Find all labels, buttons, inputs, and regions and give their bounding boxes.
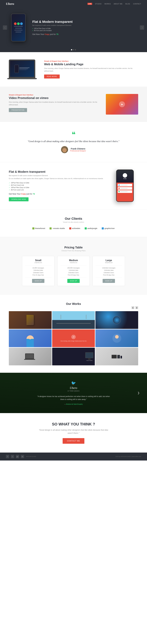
footer-social-linkedin[interactable]: in bbox=[21, 455, 24, 458]
pricing-feature-large-1: Unlimited messages bbox=[96, 267, 122, 269]
hero-arrow-right[interactable]: ❯ bbox=[140, 26, 144, 30]
quote-section: ❝ "Good design is all about making other… bbox=[0, 122, 147, 162]
works-item-person[interactable] bbox=[9, 330, 52, 347]
hero-subtitle: flat inspired UI with some modern transp… bbox=[32, 24, 138, 26]
phone-avatars bbox=[14, 22, 23, 25]
pricing-feature-small-2: Unlimited data bbox=[25, 270, 51, 271]
works-section: Our Works ❮ ❯ bbox=[0, 295, 147, 373]
quote-mark: ❝ bbox=[15, 131, 132, 138]
laptop-base bbox=[24, 359, 35, 360]
nav-blog[interactable]: BLOG bbox=[126, 3, 130, 5]
video-play-button[interactable] bbox=[119, 101, 125, 107]
nav-contact[interactable]: CONTACT bbox=[133, 3, 141, 5]
works-prev-button[interactable]: ❮ bbox=[132, 306, 134, 309]
video-presentation-button[interactable]: Presentation bbox=[9, 108, 27, 112]
works-item-red-text[interactable]: ↗ One morning, when Gregor Samsa arose f… bbox=[52, 330, 95, 347]
contact-me-button[interactable]: Contact Me bbox=[63, 438, 84, 444]
footer-social-twitter[interactable]: t bbox=[11, 455, 14, 458]
hero-phone-mockup bbox=[9, 14, 28, 42]
footer-copyright: 2016 by ANTOUR ELKED | www.redox.com bbox=[115, 456, 141, 457]
works-item-person2[interactable] bbox=[95, 330, 138, 347]
pricing-card-small: Small 29$/Month 10,000 messages Unlimite… bbox=[22, 256, 54, 286]
phone-screen bbox=[11, 14, 25, 41]
laptop-display bbox=[25, 354, 33, 358]
nav-studio[interactable]: STUDIO bbox=[95, 3, 102, 5]
works-item-book[interactable] bbox=[9, 311, 52, 329]
flat-title: Flat & Modern transparent bbox=[9, 170, 106, 174]
flat-phone-card-1 bbox=[118, 184, 132, 186]
works-book-visual bbox=[9, 311, 52, 329]
works-tech-visual bbox=[95, 311, 138, 329]
works-devices-visual bbox=[112, 355, 122, 358]
macbook-base bbox=[7, 78, 37, 79]
works-red-text-visual: ↗ One morning, when Gregor Samsa arose f… bbox=[59, 333, 88, 343]
dot-icon: ● bbox=[32, 28, 33, 29]
dot-icon-2: ● bbox=[32, 30, 33, 31]
works-bridge-visual bbox=[52, 311, 95, 329]
flat-phone-area: Profile bbox=[112, 170, 138, 202]
nav-works[interactable]: WORKS bbox=[105, 3, 111, 5]
footer-left: f t g+ in ANTOUR ELKED bbox=[6, 455, 36, 458]
hero-feature-1: ● 10Psd Files Easy to Edite bbox=[32, 28, 138, 29]
works-title: Our Works bbox=[9, 302, 138, 306]
video-promo-section: Simple & Elegant User Interface Video Pr… bbox=[0, 86, 147, 122]
check-icon-4: ✓ bbox=[9, 189, 10, 191]
hero-dots bbox=[0, 48, 147, 52]
pricing-feature-medium-1: 100,000 messages bbox=[60, 267, 87, 269]
hero-dot-3[interactable] bbox=[75, 49, 76, 50]
works-next-button[interactable]: ❯ bbox=[135, 306, 138, 309]
hero-dot-2[interactable] bbox=[73, 49, 74, 50]
phone-bar-2 bbox=[15, 28, 22, 28]
pricing-signup-large[interactable]: Sign up bbox=[103, 279, 115, 283]
works-item-tech[interactable] bbox=[95, 311, 138, 329]
flat-phone-avatar bbox=[123, 173, 127, 178]
video-desc: One morning, when Gregor Samsa woke from… bbox=[9, 101, 100, 106]
works-item-laptop[interactable] bbox=[9, 348, 52, 365]
clients-subtitle: Vepad cia alia amputy asdren bbox=[9, 221, 138, 223]
footer-social-facebook[interactable]: f bbox=[6, 455, 9, 458]
pricing-divider-small bbox=[25, 266, 51, 266]
web-mobile-section: Simple & Elegant User Interface Web & Mo… bbox=[0, 52, 147, 86]
web-mobile-tag: Simple & Elegant User Interface bbox=[44, 60, 138, 62]
twitter-logo: Ubero bbox=[12, 386, 135, 390]
flat-phone-mockup: Profile bbox=[116, 170, 134, 202]
avatar-1 bbox=[14, 22, 17, 25]
works-item-bridge[interactable] bbox=[52, 311, 95, 329]
flat-feature-4: ✓All Font used Link bbox=[9, 189, 106, 191]
laptop-screen bbox=[25, 354, 34, 359]
pricing-card-large: Large 99$/Month Unlimited messages Unlim… bbox=[93, 256, 125, 286]
flat-cta: Get Now Your Copy just for 7$ bbox=[9, 193, 106, 195]
pricing-signup-medium[interactable]: Sign up bbox=[67, 279, 80, 283]
envato-icon bbox=[49, 228, 52, 230]
works-laptop-visual bbox=[25, 354, 35, 360]
download-now-button[interactable]: Download Now bbox=[9, 197, 28, 201]
quote-avatar bbox=[61, 146, 68, 153]
quote-author-role: Professional Designer bbox=[70, 150, 86, 152]
person2-circle bbox=[113, 334, 121, 343]
pricing-card-medium: Medium 49$/Month 100,000 messages Unlimi… bbox=[57, 256, 90, 286]
avatar-face bbox=[62, 148, 67, 152]
whatdo-title: SO WHAT YOU THINK ? bbox=[15, 422, 132, 426]
twitter-arrow-right[interactable]: ❯ bbox=[138, 391, 140, 394]
works-person2-visual bbox=[95, 330, 138, 347]
nav-about[interactable]: ABOUT ME bbox=[114, 3, 123, 5]
pricing-feature-large-3: Unlimited Users bbox=[96, 272, 122, 274]
avatar-2 bbox=[17, 22, 20, 25]
works-grid: ↗ One morning, when Gregor Samsa arose f… bbox=[9, 311, 138, 365]
macbook-lines bbox=[19, 68, 29, 70]
pricing-cards: Small 29$/Month 10,000 messages Unlimite… bbox=[9, 256, 138, 286]
hero-copy: Copy bbox=[45, 33, 49, 35]
footer-social-gplus[interactable]: g+ bbox=[16, 455, 19, 458]
pricing-signup-small[interactable]: Sign up bbox=[32, 279, 44, 283]
hero-dot-1[interactable] bbox=[71, 49, 72, 50]
hero-arrow-left[interactable]: ❮ bbox=[3, 26, 7, 30]
check-icon-2: ✓ bbox=[9, 184, 10, 186]
flat-text: Flat & Modern transparent flat inspired … bbox=[9, 170, 106, 202]
macbook-mockup bbox=[9, 60, 38, 79]
works-item-devices[interactable] bbox=[95, 348, 138, 365]
works-item-display[interactable]: Large Display bbox=[52, 348, 95, 365]
phone-bar-1 bbox=[14, 26, 23, 27]
macbook-screen-outer bbox=[9, 60, 35, 78]
works-display-visual: Large Display bbox=[85, 352, 93, 361]
web-mobile-read-more-button[interactable]: Read more bbox=[44, 74, 60, 78]
